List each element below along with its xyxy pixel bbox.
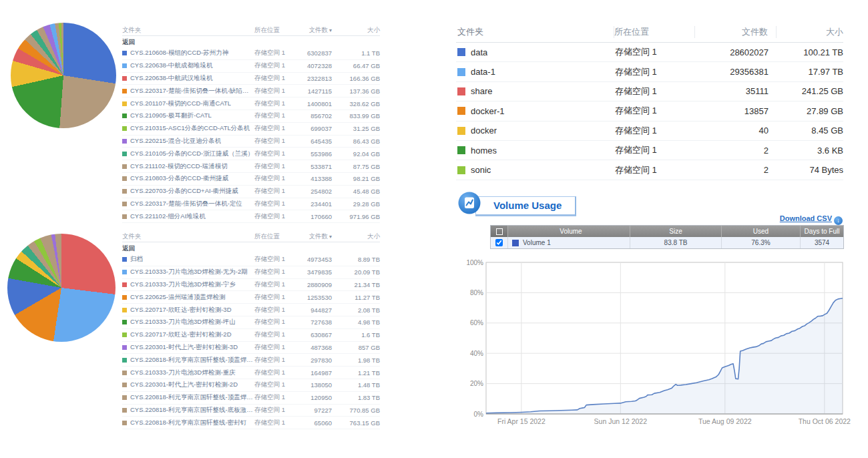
table-row[interactable]: CYS.220215-混合-比亚迪分条机存储空间 164543586.43 GB xyxy=(122,136,380,148)
volume-usage-title: Volume Usage xyxy=(475,196,576,216)
svg-text:Sun Jun 12 2022: Sun Jun 12 2022 xyxy=(594,417,648,425)
table-row[interactable]: CYS.220818-利元亨南京国轩整线-底板激光焊缝-...存储空间 1972… xyxy=(122,405,380,417)
folder-filecount: 170660 xyxy=(293,213,332,220)
col-size[interactable]: 大小 xyxy=(777,26,843,38)
color-chip xyxy=(122,113,127,118)
folder-filecount: 234401 xyxy=(293,200,332,208)
svg-text:Tue Aug 09 2022: Tue Aug 09 2022 xyxy=(698,417,752,425)
folder-name-cell: CYS.211102-模切的CCD-瑞浦模切 xyxy=(122,162,254,171)
folder-name: 归档 xyxy=(130,255,143,264)
table-row[interactable]: data-1存储空间 12935638117.97 TB xyxy=(456,62,843,81)
folder-location: 存储空间 1 xyxy=(254,268,293,276)
table-row[interactable]: docker-1存储空间 11385727.89 GB xyxy=(456,101,843,121)
folder-name-cell: CYS.220301-时代上汽-密封钉检测-3D xyxy=(122,343,254,352)
col-folder[interactable]: 文件夹 xyxy=(122,232,254,241)
table-row[interactable]: CYS.201107-模切的CCD-南通CATL存储空间 11400801328… xyxy=(122,97,380,110)
table-row[interactable]: CYS.210608-模组的CCD-苏州力神存储空间 163028371.1 T… xyxy=(122,47,380,60)
folder-size: 31.25 GB xyxy=(332,125,380,132)
table-row[interactable]: CYS.210315-ASC1分条的CCD-ATL分条机存储空间 1699037… xyxy=(122,123,380,136)
row-checkbox[interactable] xyxy=(491,237,508,248)
table-row[interactable]: homes存储空间 123.6 KB xyxy=(456,141,843,160)
table-row[interactable]: CYS.220717-欣旺达-密封钉检测-3D存储空间 19448272.08 … xyxy=(122,304,380,316)
table-row[interactable]: CYS.220317-楚能-倍拓切叠一体机-缺陷检测存储空间 114271151… xyxy=(122,85,380,97)
table-row[interactable]: CYS.210333-刀片电池3D焊检测-重庆存储空间 11649871.21 … xyxy=(122,367,380,379)
table-row[interactable]: CYS.220818-利元亨南京国轩整线-顶盖焊-3D存储空间 12978301… xyxy=(122,354,380,367)
folder-filecount: 645435 xyxy=(293,138,332,145)
table-row[interactable]: sonic存储空间 1274 Bytes xyxy=(456,160,843,180)
color-chip xyxy=(122,383,127,387)
folder-filecount: 28602027 xyxy=(695,47,777,57)
col-location[interactable]: 所在位置 xyxy=(614,26,695,38)
color-chip xyxy=(122,214,127,219)
table-row[interactable]: CYS.220625-温州瑞浦顶盖焊检测存储空间 1125353011.27 T… xyxy=(122,291,380,304)
color-chip xyxy=(457,87,465,95)
folder-size: 8.45 GB xyxy=(777,126,843,136)
col-volume[interactable]: Volume xyxy=(508,226,630,237)
folder-filecount: 97227 xyxy=(293,407,332,414)
table-row[interactable]: CYS.220818-利元亨南京国轩整线-密封钉存储空间 165060763.1… xyxy=(122,417,380,429)
table-row[interactable]: CYS.220703-分条的CCD+AI-衢州捷威存储空间 125480245.… xyxy=(122,186,380,198)
table-row[interactable]: CYS.210803-分条的CCD-衢州捷威存储空间 141338898.21 … xyxy=(122,173,380,186)
table-row[interactable]: CYS.220638-中航成都堆垛机存储空间 1407232866.47 GB xyxy=(122,60,380,73)
table-row[interactable]: CYS.210333-刀片电池3D焊检测-坪山存储空间 17276384.98 … xyxy=(122,316,380,329)
table-row[interactable]: CYS.220717-欣旺达-密封钉检测-2D存储空间 16308671.6 T… xyxy=(122,329,380,342)
color-chip xyxy=(122,126,127,131)
table-row[interactable]: CYS.211102-模切的CCD-瑞浦模切存储空间 153387187.75 … xyxy=(122,160,380,173)
download-icon[interactable]: ↓ xyxy=(834,216,843,225)
folder-location: 存储空间 1 xyxy=(254,356,293,365)
folder-name: CYS.210333-刀片电池3D焊检测-无为-2期 xyxy=(130,268,248,276)
volume-row[interactable]: Volume 183.8 TB76.3%3574 xyxy=(491,237,843,248)
table-row[interactable]: CYS.220818-利元亨南京国轩整线-顶盖焊-2D存储空间 11209501… xyxy=(122,392,380,405)
folder-location: 存储空间 1 xyxy=(254,369,293,377)
download-csv-link[interactable]: Download CSV xyxy=(780,214,832,222)
col-filecount[interactable]: 文件数▾ xyxy=(293,26,332,35)
table-row[interactable]: data存储空间 128602027100.21 TB xyxy=(456,43,843,62)
table-row[interactable]: CYS.210333-刀片电池3D焊检测-宁乡存储空间 1288090921.3… xyxy=(122,279,380,292)
folder-name: CYS.220317-楚能-倍拓切叠一体机-缺陷检测 xyxy=(130,87,254,95)
table-row[interactable]: CYS.220317-楚能-倍拓切叠一体机-定位存储空间 123440129.2… xyxy=(122,198,380,211)
table-row[interactable]: docker存储空间 1408.45 GB xyxy=(456,122,843,141)
folder-location: 存储空间 1 xyxy=(254,162,293,171)
folder-name-cell: CYS.220818-利元亨南京国轩整线-密封钉 xyxy=(122,419,254,427)
col-filecount[interactable]: 文件数 xyxy=(695,26,777,38)
col-size[interactable]: 大小 xyxy=(332,232,380,241)
svg-text:80%: 80% xyxy=(470,289,483,296)
folder-filecount: 120950 xyxy=(293,394,332,401)
back-link[interactable]: 返回 xyxy=(122,36,380,47)
folder-size: 833.99 GB xyxy=(332,112,380,120)
table-row[interactable]: CYS.220301-时代上汽-密封钉检测-3D存储空间 1487368857 … xyxy=(122,342,380,355)
table-row[interactable]: CYS.210333-刀片电池3D焊检测-无为-2期存储空间 134798352… xyxy=(122,266,380,279)
folder-name-cell: CYS.201107-模切的CCD-南通CATL xyxy=(122,99,254,108)
folder-size: 857 GB xyxy=(332,344,380,351)
folder-size: 1.21 TB xyxy=(332,369,380,377)
folder-filecount: 40 xyxy=(695,126,777,136)
col-location[interactable]: 所在位置 xyxy=(254,232,293,241)
folder-name: CYS.220818-利元亨南京国轩整线-顶盖焊-2D xyxy=(130,393,254,402)
table-row[interactable]: CYS.221102-细分AI堆垛机存储空间 1170660971.96 GB xyxy=(122,210,380,223)
col-folder[interactable]: 文件夹 xyxy=(122,26,254,35)
col-size[interactable]: Size xyxy=(630,226,722,237)
table-row[interactable]: share存储空间 135111241.25 GB xyxy=(456,82,843,101)
col-location[interactable]: 所在位置 xyxy=(254,26,293,35)
volume-size: 83.8 TB xyxy=(630,237,722,248)
folder-name: data xyxy=(471,47,487,57)
folder-name: CYS.220717-欣旺达-密封钉检测-2D xyxy=(130,330,232,339)
table-row[interactable]: CYS.220301-时代上汽-密封钉检测-2D存储空间 11380501.48… xyxy=(122,379,380,392)
select-all-checkbox[interactable] xyxy=(491,226,508,237)
col-filecount[interactable]: 文件数▾ xyxy=(293,232,332,241)
table-row[interactable]: 归档存储空间 149734538.89 TB xyxy=(122,254,380,266)
col-size[interactable]: 大小 xyxy=(332,26,380,35)
folder-name-cell: CYS.220818-利元亨南京国轩整线-底板激光焊缝-... xyxy=(122,406,254,415)
table-row[interactable]: CYS.210905-极耳翻折-CATL存储空间 1856702833.99 G… xyxy=(122,110,380,123)
col-folder[interactable]: 文件夹 xyxy=(456,26,614,38)
col-days-to-full[interactable]: Days to Full xyxy=(801,226,843,237)
color-chip xyxy=(122,308,127,312)
col-used[interactable]: Used xyxy=(722,226,801,237)
folder-name: CYS.220301-时代上汽-密封钉检测-2D xyxy=(130,381,238,389)
folder-location: 存储空间 1 xyxy=(615,85,695,97)
table-row[interactable]: CYS.220638-中航武汉堆垛机存储空间 12322813166.36 GB xyxy=(122,73,380,85)
back-link[interactable]: 返回 xyxy=(122,242,380,254)
volume-checkbox[interactable] xyxy=(495,239,503,246)
table-row[interactable]: CYS.210105-分条的CCD-浙江捷威（兰溪）存储空间 155398692… xyxy=(122,148,380,160)
folder-size: 137.36 GB xyxy=(332,87,380,95)
